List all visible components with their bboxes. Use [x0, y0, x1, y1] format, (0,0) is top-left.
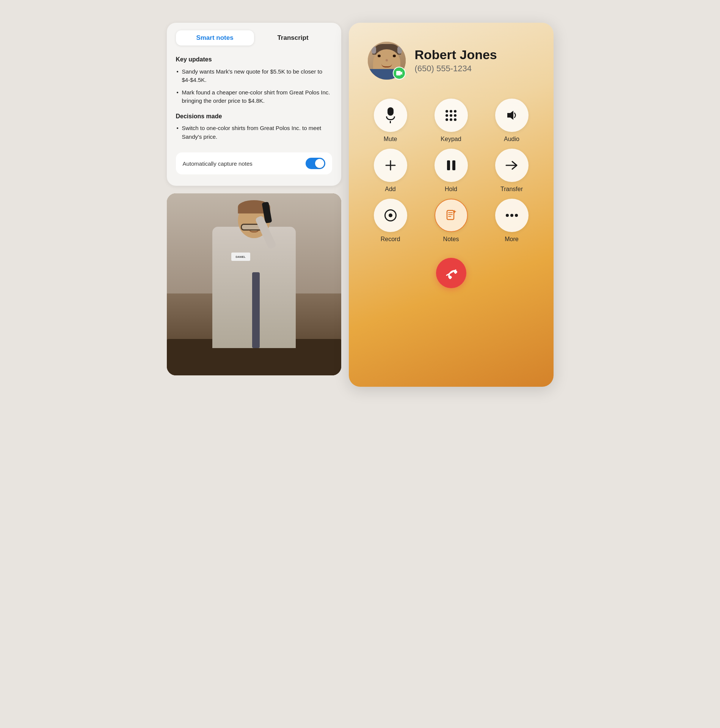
transfer-label: Transfer [500, 186, 523, 193]
hold-icon [447, 160, 455, 170]
left-panel: Smart notes Transcript Key updates Sandy… [167, 23, 341, 375]
end-call-icon [444, 266, 458, 280]
record-icon [384, 209, 397, 221]
notes-content: Key updates Sandy wants Mark's new quote… [176, 55, 332, 141]
add-icon [384, 159, 397, 171]
end-call-button[interactable] [436, 258, 466, 288]
mute-icon [386, 107, 395, 123]
svg-point-9 [510, 214, 513, 217]
add-button-circle [374, 149, 407, 182]
svg-point-10 [515, 214, 518, 217]
photo-placeholder: DANIEL [167, 193, 341, 375]
photo-card: DANIEL [167, 193, 341, 375]
record-label: Record [381, 236, 400, 243]
audio-label: Audio [504, 136, 519, 143]
more-label: More [505, 236, 518, 243]
end-call-section [436, 258, 466, 288]
screen-wrapper: Smart notes Transcript Key updates Sandy… [0, 0, 720, 728]
video-icon [396, 71, 402, 75]
mute-button-circle [374, 99, 407, 132]
decisions-title: Decisions made [176, 111, 332, 121]
key-update-item-2: Mark found a cheaper one-color shirt fro… [176, 88, 332, 105]
decisions-list: Switch to one-color shirts from Great Po… [176, 124, 332, 141]
svg-marker-0 [507, 111, 513, 120]
mute-button-item[interactable]: Mute [364, 99, 417, 143]
notes-button-item[interactable]: Notes [425, 199, 478, 243]
call-buttons-grid: Mute Keypad [360, 99, 542, 243]
more-icon [505, 213, 519, 218]
more-button-circle [495, 199, 529, 232]
add-label: Add [385, 186, 395, 193]
keypad-icon [445, 110, 456, 121]
transfer-button-item[interactable]: Transfer [485, 149, 538, 193]
keypad-button-circle [435, 99, 468, 132]
auto-capture-label: Automatically capture notes [183, 160, 253, 167]
caller-number: (650) 555-1234 [415, 64, 497, 74]
hold-label: Hold [445, 186, 457, 193]
audio-button-item[interactable]: Audio [485, 99, 538, 143]
caller-section: Robert Jones (650) 555-1234 [360, 42, 542, 80]
add-button-item[interactable]: Add [364, 149, 417, 193]
mute-label: Mute [384, 136, 397, 143]
keypad-label: Keypad [441, 136, 461, 143]
tab-smart-notes[interactable]: Smart notes [176, 30, 254, 46]
audio-icon [506, 109, 518, 121]
hold-button-item[interactable]: Hold [425, 149, 478, 193]
transfer-icon [505, 160, 518, 171]
tab-transcript[interactable]: Transcript [254, 30, 332, 46]
more-button-item[interactable]: More [485, 199, 538, 243]
video-badge [393, 67, 406, 80]
key-updates-list: Sandy wants Mark's new quote for $5.5K t… [176, 67, 332, 105]
caller-info: Robert Jones (650) 555-1234 [415, 48, 497, 73]
record-button-circle [374, 199, 407, 232]
record-button-item[interactable]: Record [364, 199, 417, 243]
notes-icon [445, 209, 458, 222]
auto-capture-row: Automatically capture notes [176, 152, 332, 174]
keypad-button-item[interactable]: Keypad [425, 99, 478, 143]
transfer-button-circle [495, 149, 529, 182]
key-update-item-1: Sandy wants Mark's new quote for $5.5K t… [176, 67, 332, 85]
auto-capture-toggle[interactable] [306, 158, 325, 169]
right-panel: Robert Jones (650) 555-1234 Mute [349, 23, 554, 387]
smart-notes-card: Smart notes Transcript Key updates Sandy… [167, 23, 341, 186]
tabs-row: Smart notes Transcript [176, 30, 332, 46]
avatar-wrapper [368, 42, 406, 80]
mic-base [390, 121, 391, 123]
audio-button-circle [495, 99, 529, 132]
mic-stand [386, 116, 395, 120]
svg-point-8 [506, 214, 509, 217]
notes-label: Notes [443, 236, 459, 243]
caller-name: Robert Jones [415, 48, 497, 62]
mic-body [387, 107, 394, 116]
notes-button-circle [435, 199, 468, 232]
decision-item-1: Switch to one-color shirts from Great Po… [176, 124, 332, 141]
key-updates-title: Key updates [176, 55, 332, 64]
hold-button-circle [435, 149, 468, 182]
